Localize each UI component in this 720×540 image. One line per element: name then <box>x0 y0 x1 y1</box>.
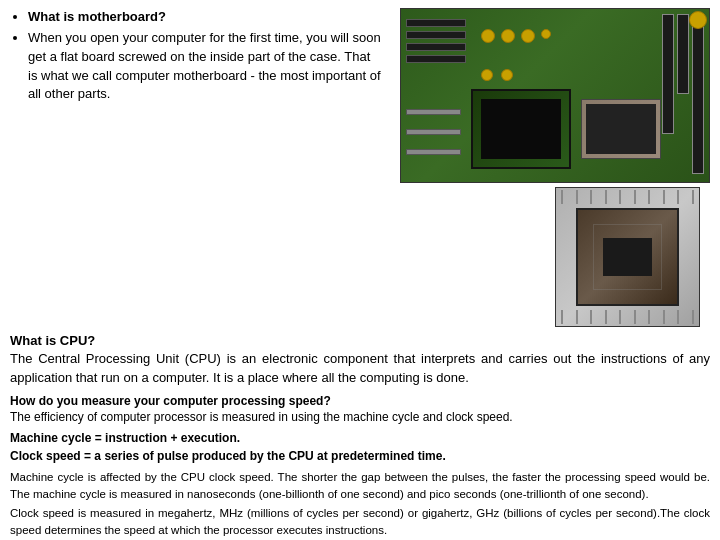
speed-section-title: How do you measure your computer process… <box>10 394 710 408</box>
bullet1-title: What is motherboard? <box>28 9 166 24</box>
detail-p1: Machine cycle is affected by the CPU clo… <box>10 469 710 502</box>
bullet-1: What is motherboard? <box>28 8 381 27</box>
machine-cycle-line2: Clock speed = a series of pulse produced… <box>10 447 710 465</box>
detail-p2: Clock speed is measured in megahertz, MH… <box>10 505 710 538</box>
cpu-body-text: The Central Processing Unit (CPU) is an … <box>10 350 710 388</box>
speed-body-text: The efficiency of computer processor is … <box>10 409 710 426</box>
cpu-image <box>555 187 700 327</box>
top-section: What is motherboard? When you open your … <box>10 8 710 327</box>
top-left-text: What is motherboard? When you open your … <box>10 8 389 327</box>
motherboard-image <box>400 8 710 183</box>
machine-cycle-lines: Machine cycle = instruction + execution.… <box>10 429 710 465</box>
bullet2-text: When you open your computer for the firs… <box>28 30 381 102</box>
bullet-2: When you open your computer for the firs… <box>28 29 381 104</box>
bullet-list: What is motherboard? When you open your … <box>10 8 381 104</box>
cpu-section-title: What is CPU? <box>10 333 710 348</box>
machine-cycle-line1: Machine cycle = instruction + execution. <box>10 429 710 447</box>
top-right-images <box>389 8 710 327</box>
detail-paragraphs: Machine cycle is affected by the CPU clo… <box>10 469 710 540</box>
page-content: What is motherboard? When you open your … <box>0 0 720 540</box>
cpu-inner <box>576 208 679 306</box>
mid-section: What is CPU? The Central Processing Unit… <box>10 333 710 540</box>
